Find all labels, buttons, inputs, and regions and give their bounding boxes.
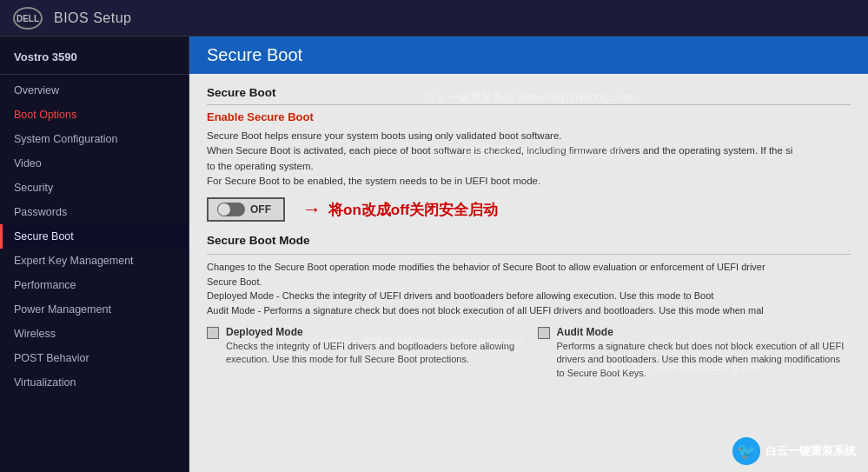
deployed-mode-text: Checks the integrity of UEFI drivers and… (226, 340, 520, 367)
subsection-title: Enable Secure Boot (207, 110, 851, 123)
main-content: Vostro 3590 Overview Boot Options System… (0, 37, 868, 472)
audit-mode-text: Performs a signature check but does not … (557, 340, 851, 380)
toggle-container[interactable]: OFF (207, 197, 285, 222)
header-bar: DELL BIOS Setup (0, 0, 868, 37)
annotation-text: 将on改成off关闭安全启动 (328, 200, 498, 220)
description-text: Secure Boot helps ensure your system boo… (207, 129, 851, 189)
sidebar-item-passwords[interactable]: Passwords (0, 200, 189, 224)
audit-mode-column: Audit Mode Performs a signature check bu… (538, 326, 851, 387)
sidebar-item-security[interactable]: Security (0, 176, 189, 200)
bios-setup-title: BIOS Setup (54, 10, 132, 26)
bottom-brand-text: 白云一键重装系统 (765, 443, 856, 459)
toggle-knob (218, 203, 230, 216)
mode-section-title: Secure Boot Mode (207, 234, 851, 247)
content-area: 白云一键重装系统 www.baiyunxitong.com 白云一键重装系统 w… (189, 74, 868, 472)
audit-mode-content: Audit Mode Performs a signature check bu… (557, 326, 851, 380)
sidebar-item-virtualization[interactable]: Virtualization (0, 370, 189, 395)
dell-logo: DELL (12, 6, 43, 30)
audit-mode-radio[interactable] (538, 327, 550, 339)
device-name: Vostro 3590 (0, 43, 189, 75)
audit-mode-option[interactable]: Audit Mode Performs a signature check bu… (538, 326, 851, 380)
sidebar-item-secure-boot[interactable]: Secure Boot (0, 224, 189, 249)
section-header: Secure Boot (189, 37, 868, 74)
sidebar-item-wireless[interactable]: Wireless (0, 322, 189, 346)
section-divider (207, 104, 851, 105)
content-section-title: Secure Boot (207, 86, 851, 99)
sidebar-item-power-mgmt[interactable]: Power Management (0, 297, 189, 322)
sidebar: Vostro 3590 Overview Boot Options System… (0, 37, 189, 472)
mode-options-row: Deployed Mode Checks the integrity of UE… (207, 326, 851, 387)
mode-divider (207, 254, 851, 255)
sidebar-item-performance[interactable]: Performance (0, 273, 189, 297)
bios-frame: DELL BIOS Setup Vostro 3590 Overview Boo… (0, 0, 868, 472)
arrow-annotation: → 将on改成off关闭安全启动 (302, 198, 498, 221)
toggle-switch[interactable] (217, 203, 245, 216)
sidebar-item-boot-options[interactable]: Boot Options (0, 103, 189, 127)
svg-text:DELL: DELL (17, 14, 39, 23)
deployed-mode-radio[interactable] (207, 327, 219, 339)
sidebar-item-expert-key[interactable]: Expert Key Management (0, 249, 189, 273)
deployed-mode-title: Deployed Mode (226, 326, 520, 338)
bottom-logo: 🐦 白云一键重装系统 (732, 437, 856, 465)
arrow-right-icon: → (302, 198, 321, 221)
sidebar-item-post-behavior[interactable]: POST Behavior (0, 346, 189, 370)
sidebar-item-overview[interactable]: Overview (0, 78, 189, 103)
deployed-mode-content: Deployed Mode Checks the integrity of UE… (226, 326, 520, 367)
section-header-title: Secure Boot (207, 45, 302, 64)
sidebar-item-video[interactable]: Video (0, 151, 189, 176)
toggle-row: OFF → 将on改成off关闭安全启动 (207, 197, 851, 222)
twitter-bird-icon: 🐦 (732, 437, 760, 465)
sidebar-item-system-config[interactable]: System Configuration (0, 127, 189, 151)
toggle-label: OFF (250, 203, 271, 216)
right-panel: Secure Boot 白云一键重装系统 www.baiyunxitong.co… (189, 37, 868, 472)
deployed-mode-option[interactable]: Deployed Mode Checks the integrity of UE… (207, 326, 520, 367)
deployed-mode-column: Deployed Mode Checks the integrity of UE… (207, 326, 520, 387)
audit-mode-title: Audit Mode (557, 326, 851, 338)
mode-description: Changes to the Secure Boot operation mod… (207, 260, 851, 317)
